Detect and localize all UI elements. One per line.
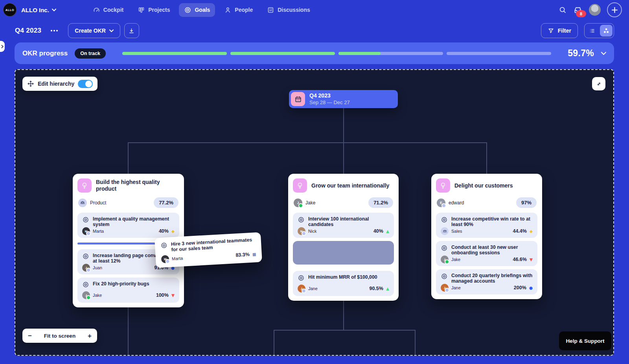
funnel-icon xyxy=(548,28,554,34)
progress-segment xyxy=(230,52,335,55)
progress-segments xyxy=(122,52,551,55)
kr-status-icon: ▼ xyxy=(171,293,175,298)
okr-progress-banner: OKR progress On track 59.7% xyxy=(15,42,614,64)
objective-icon xyxy=(293,178,307,193)
chevron-down-icon xyxy=(52,9,56,11)
create-okr-button[interactable]: Create OKR xyxy=(68,23,120,38)
kr-item[interactable]: Interview 100 international candidates N… xyxy=(293,213,394,238)
connector-line xyxy=(274,330,274,356)
export-button[interactable] xyxy=(124,23,139,38)
kr-owner-name: Juan xyxy=(93,265,102,270)
overall-progress-value: 59.7% xyxy=(568,48,594,59)
kr-owner-name: Jane xyxy=(451,285,461,290)
objective-progress-pill: 97% xyxy=(516,197,537,208)
key-result-icon xyxy=(441,273,448,280)
kr-owner-name: Jake xyxy=(93,293,102,298)
move-icon xyxy=(27,80,34,87)
banner-expand-button[interactable] xyxy=(601,52,606,55)
nav-item-cockpit[interactable]: Cockpit xyxy=(88,3,129,17)
nav-label: Goals xyxy=(195,7,210,13)
dragged-kr-card[interactable]: Hire 3 new international teammates for o… xyxy=(154,232,262,268)
progress-segment xyxy=(338,52,443,55)
zoom-out-button[interactable]: − xyxy=(28,333,32,339)
notification-badge: 8 xyxy=(576,10,586,17)
objective-title: Delight our customers xyxy=(454,182,513,189)
plus-icon xyxy=(612,7,618,13)
topbar-actions: 8 xyxy=(559,2,622,17)
filter-button[interactable]: Filter xyxy=(541,23,578,38)
objective-icon xyxy=(436,178,450,193)
key-result-icon xyxy=(298,216,305,223)
kr-item[interactable]: Conduct at least 30 new user onboarding … xyxy=(436,241,537,266)
allo-logo[interactable]: ALLO xyxy=(3,3,17,17)
connector-line xyxy=(486,142,487,174)
kr-title: Interview 100 international candidates xyxy=(308,216,389,227)
kr-progress-value: 40% xyxy=(373,228,383,234)
avatar: J xyxy=(441,284,449,292)
key-result-icon xyxy=(82,216,89,223)
kr-item[interactable]: Conduct 20 quarterly briefings with mana… xyxy=(436,269,537,294)
key-result-icon xyxy=(298,274,305,281)
edit-hierarchy-label: Edit hierarchy xyxy=(38,81,74,87)
kr-item[interactable]: Increase competitive win rate to at leas… xyxy=(436,213,537,238)
objective-progress-pill: 71.2% xyxy=(368,197,393,208)
logo-text: ALLO xyxy=(6,8,14,12)
toolbar-right: Filter xyxy=(541,23,614,38)
help-support-button[interactable]: Help & Support xyxy=(559,331,611,350)
nav-item-discussions[interactable]: Discussions xyxy=(262,3,315,17)
org-name: ALLO Inc. xyxy=(21,7,49,13)
more-options-button[interactable] xyxy=(51,30,58,31)
kr-title: Conduct at least 30 new user onboarding … xyxy=(451,245,533,256)
nav-item-projects[interactable]: Projects xyxy=(132,3,175,17)
expand-icon xyxy=(596,81,602,87)
projects-icon xyxy=(138,6,145,14)
page-title: Q4 2023 xyxy=(15,27,41,35)
connector-line xyxy=(128,142,487,143)
fullscreen-button[interactable] xyxy=(592,77,605,90)
org-switcher[interactable]: ALLO Inc. xyxy=(21,7,56,13)
kr-item[interactable]: Hit minimum MRR of $100,000 J Jane 90.5%… xyxy=(293,271,394,296)
status-badge: On track xyxy=(75,48,106,59)
key-result-icon xyxy=(441,245,448,252)
period-node[interactable]: Q4 2023 Sep 28 — Dec 27 xyxy=(289,90,398,108)
zoom-in-button[interactable]: + xyxy=(88,333,92,339)
kr-progress-value: 200% xyxy=(514,285,526,290)
kr-status-icon: ● xyxy=(529,286,533,290)
nav-item-goals[interactable]: Goals xyxy=(179,3,215,17)
kr-item[interactable]: Implement a quality management system M … xyxy=(77,213,179,238)
fit-to-screen-button[interactable]: Fit to screen xyxy=(44,333,75,339)
kr-owner-name: Jane xyxy=(308,286,318,291)
search-button[interactable] xyxy=(559,6,567,14)
connector-line xyxy=(415,330,416,356)
period-title: Q4 2023 xyxy=(309,92,350,99)
kr-status-icon: ▲ xyxy=(386,287,389,291)
connector-line xyxy=(274,330,416,331)
kr-item[interactable]: Fix 20 high-priority bugs J Jake 100% ▼ xyxy=(77,278,179,303)
kr-status-icon: ■ xyxy=(252,252,256,256)
key-result-icon xyxy=(82,281,89,288)
gauge-icon xyxy=(93,6,100,14)
nav-item-people[interactable]: People xyxy=(219,3,258,17)
banner-label: OKR progress xyxy=(22,50,68,57)
user-avatar[interactable] xyxy=(589,4,601,16)
period-dates: Sep 28 — Dec 27 xyxy=(309,99,350,106)
add-button[interactable] xyxy=(607,2,622,17)
search-icon xyxy=(559,6,567,14)
progress-segment xyxy=(447,52,551,55)
avatar: J xyxy=(441,256,449,263)
kr-owner-name: Jake xyxy=(451,257,460,262)
filter-label: Filter xyxy=(558,28,571,34)
hierarchy-canvas[interactable]: Edit hierarchy Q4 2023 Sep 28 — Dec 27 B… xyxy=(15,69,614,356)
objective-card[interactable]: Grow our team internationally J Jake 71.… xyxy=(288,174,399,301)
sidebar-handle[interactable] xyxy=(0,41,5,52)
list-view-button[interactable] xyxy=(586,25,598,37)
inbox-button[interactable]: 8 xyxy=(573,5,583,15)
kr-progress-value: 44.4% xyxy=(513,228,526,234)
key-result-icon xyxy=(441,216,448,223)
chevron-right-icon xyxy=(1,45,4,48)
kr-title: Increase competitive win rate to at leas… xyxy=(451,216,533,227)
hierarchy-view-button[interactable] xyxy=(600,25,612,37)
edit-hierarchy-toggle[interactable] xyxy=(78,80,93,88)
avatar: N xyxy=(298,227,305,235)
objective-card[interactable]: Delight our customers E edward 97% Incre… xyxy=(431,174,542,299)
